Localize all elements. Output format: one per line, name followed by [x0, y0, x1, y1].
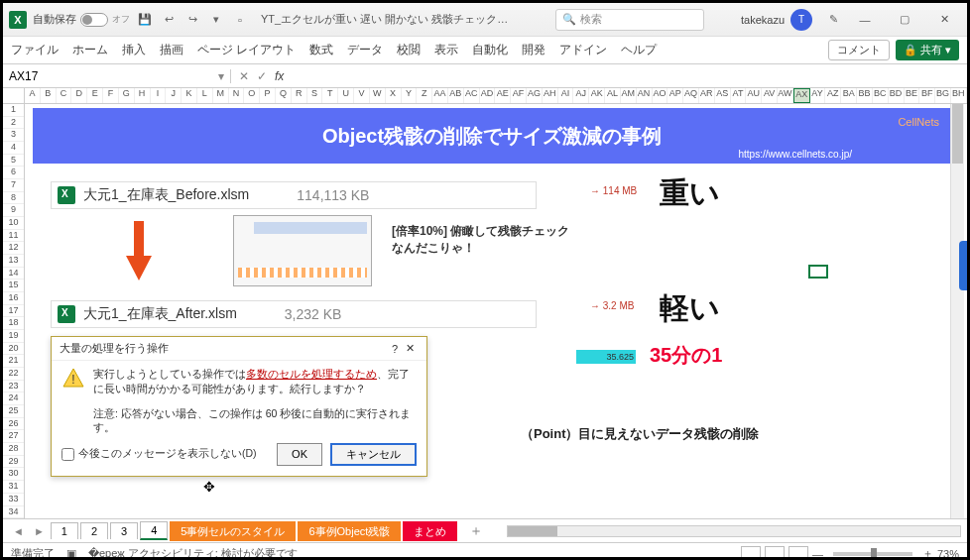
dont-show-checkbox[interactable]: 今後このメッセージを表示しない(D) [61, 447, 257, 461]
cancel-formula-icon[interactable]: ✕ [239, 69, 249, 83]
search-input[interactable]: 🔍 検索 [555, 9, 704, 31]
page-break-view-button[interactable] [788, 546, 808, 561]
column-header-L[interactable]: L [197, 88, 213, 103]
column-header-O[interactable]: O [244, 88, 260, 103]
row-header-7[interactable]: 7 [3, 179, 24, 192]
row-header-14[interactable]: 14 [3, 268, 24, 280]
autosave-toggle[interactable]: 自動保存 オフ [33, 12, 130, 27]
tab-formulas[interactable]: 数式 [309, 42, 333, 58]
column-header-Y[interactable]: Y [402, 88, 418, 103]
sheet-tab-4[interactable]: 4 [140, 521, 168, 540]
row-header-12[interactable]: 12 [3, 242, 24, 255]
help-icon[interactable]: ? [388, 343, 402, 355]
row-header-27[interactable]: 27 [3, 430, 24, 443]
column-header-AO[interactable]: AO [653, 88, 668, 103]
tab-addins[interactable]: アドイン [559, 42, 607, 58]
qat-more-icon[interactable]: ▾ [207, 11, 225, 29]
column-header-N[interactable]: N [229, 88, 245, 103]
column-header-AK[interactable]: AK [589, 88, 605, 103]
column-header-AT[interactable]: AT [731, 88, 747, 103]
tab-pagelayout[interactable]: ページ レイアウト [197, 42, 296, 58]
fx-icon[interactable]: fx [275, 69, 284, 83]
normal-view-button[interactable] [741, 546, 761, 561]
scrollbar-thumb[interactable] [952, 104, 963, 164]
column-header-AL[interactable]: AL [605, 88, 621, 103]
page-layout-view-button[interactable] [765, 546, 785, 561]
scrollbar-thumb[interactable] [508, 526, 557, 536]
column-header-BF[interactable]: BF [919, 88, 935, 103]
row-header-18[interactable]: 18 [3, 317, 24, 330]
column-header-Q[interactable]: Q [276, 88, 292, 103]
column-header-BG[interactable]: BG [935, 88, 951, 103]
enter-formula-icon[interactable]: ✓ [257, 69, 267, 83]
column-header-BB[interactable]: BB [857, 88, 873, 103]
row-header-17[interactable]: 17 [3, 305, 24, 318]
column-header-A[interactable]: A [25, 88, 41, 103]
tab-view[interactable]: 表示 [434, 42, 458, 58]
select-all-corner[interactable] [3, 88, 25, 103]
tab-automate[interactable]: 自動化 [472, 42, 508, 58]
column-header-W[interactable]: W [370, 88, 386, 103]
column-header-U[interactable]: U [338, 88, 354, 103]
column-header-E[interactable]: E [87, 88, 103, 103]
undo-icon[interactable]: ↩ [160, 11, 178, 29]
column-header-AA[interactable]: AA [432, 88, 448, 103]
column-header-AQ[interactable]: AQ [683, 88, 699, 103]
row-header-10[interactable]: 10 [3, 217, 24, 230]
save-icon[interactable]: 💾 [136, 11, 154, 29]
row-header-20[interactable]: 20 [3, 343, 24, 356]
zoom-out-button[interactable]: — [812, 548, 823, 560]
column-header-D[interactable]: D [71, 88, 87, 103]
column-header-BE[interactable]: BE [905, 88, 920, 103]
row-header-21[interactable]: 21 [3, 355, 24, 368]
column-header-B[interactable]: B [41, 88, 57, 103]
sheet-tab-6[interactable]: 6事例Object残骸 [298, 521, 401, 541]
row-header-23[interactable]: 23 [3, 381, 24, 393]
row-header-28[interactable]: 28 [3, 443, 24, 456]
column-header-BC[interactable]: BC [873, 88, 889, 103]
sheet-tab-2[interactable]: 2 [80, 522, 108, 539]
ok-button[interactable]: OK [277, 443, 322, 466]
column-header-AU[interactable]: AU [746, 88, 762, 103]
zoom-in-button[interactable]: ＋ [922, 546, 933, 560]
vertical-scrollbar[interactable] [950, 104, 964, 518]
column-header-P[interactable]: P [260, 88, 276, 103]
column-header-AC[interactable]: AC [464, 88, 480, 103]
row-header-33[interactable]: 33 [3, 494, 24, 506]
column-header-AJ[interactable]: AJ [573, 88, 589, 103]
column-header-AW[interactable]: AW [778, 88, 793, 103]
tab-insert[interactable]: 挿入 [122, 42, 146, 58]
row-header-24[interactable]: 24 [3, 392, 24, 405]
column-header-BA[interactable]: BA [841, 88, 857, 103]
column-header-T[interactable]: T [322, 88, 338, 103]
row-headers[interactable]: 1234567891011121314151617181920212223242… [3, 104, 25, 518]
column-header-AG[interactable]: AG [527, 88, 543, 103]
column-header-AM[interactable]: AM [621, 88, 637, 103]
column-header-AR[interactable]: AR [699, 88, 715, 103]
minimize-button[interactable]: — [848, 7, 882, 33]
tab-developer[interactable]: 開発 [522, 42, 546, 58]
column-header-M[interactable]: M [213, 88, 229, 103]
dialog-close-icon[interactable]: ✕ [402, 342, 419, 355]
column-header-AY[interactable]: AY [810, 88, 826, 103]
share-button[interactable]: 🔒 共有 ▾ [896, 40, 959, 60]
column-header-BH[interactable]: BH [951, 88, 967, 103]
column-header-AZ[interactable]: AZ [825, 88, 841, 103]
tab-data[interactable]: データ [347, 42, 383, 58]
row-header-15[interactable]: 15 [3, 280, 24, 292]
row-header-30[interactable]: 30 [3, 468, 24, 481]
toggle-off-icon[interactable] [80, 13, 108, 27]
row-header-4[interactable]: 4 [3, 142, 24, 155]
row-header-16[interactable]: 16 [3, 292, 24, 305]
row-header-34[interactable]: 34 [3, 506, 24, 519]
row-header-9[interactable]: 9 [3, 204, 24, 217]
column-header-AE[interactable]: AE [495, 88, 511, 103]
sheet-tab-3[interactable]: 3 [110, 522, 138, 539]
column-header-AV[interactable]: AV [762, 88, 778, 103]
horizontal-scrollbar[interactable] [507, 525, 961, 537]
column-header-Z[interactable]: Z [417, 88, 432, 103]
column-header-C[interactable]: C [57, 88, 72, 103]
column-header-AB[interactable]: AB [448, 88, 464, 103]
row-header-29[interactable]: 29 [3, 456, 24, 469]
row-header-6[interactable]: 6 [3, 167, 24, 179]
